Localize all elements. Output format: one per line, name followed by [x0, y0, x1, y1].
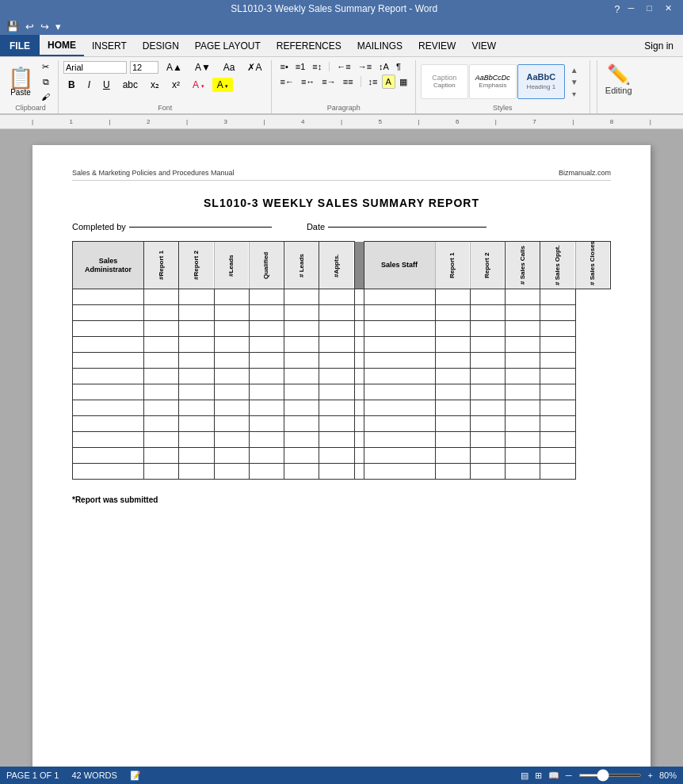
- sort-button[interactable]: ↕A: [376, 60, 392, 73]
- table-cell: [435, 464, 470, 480]
- show-marks-button[interactable]: ¶: [393, 60, 404, 73]
- decrease-indent-button[interactable]: ←≡: [334, 60, 353, 73]
- mailings-menu[interactable]: MAILINGS: [349, 35, 410, 56]
- table-cell: [319, 432, 354, 448]
- line-spacing-button[interactable]: ↕≡: [365, 75, 381, 88]
- table-cell: [354, 305, 364, 321]
- table-cell: [319, 369, 354, 384]
- document-header: Sales & Marketing Policies and Procedure…: [72, 169, 611, 181]
- style-emphasis[interactable]: AaBbCcDc Emphasis: [469, 64, 517, 99]
- editing-icon: ✏️: [607, 63, 631, 86]
- table-cell: [284, 400, 319, 416]
- close-icon[interactable]: ✕: [660, 3, 677, 15]
- increase-font-button[interactable]: A▲: [162, 60, 187, 75]
- style-caption[interactable]: Caption Caption: [421, 64, 468, 99]
- increase-indent-button[interactable]: →≡: [355, 60, 375, 73]
- bold-button[interactable]: B: [63, 78, 80, 92]
- font-name-input[interactable]: [63, 61, 127, 74]
- zoom-in-button[interactable]: +: [648, 771, 653, 780]
- table-cell: [319, 384, 354, 400]
- undo-button[interactable]: ↩: [24, 21, 36, 33]
- file-menu[interactable]: FILE: [0, 35, 40, 56]
- align-left-button[interactable]: ≡←: [277, 75, 296, 88]
- table-cell: [214, 369, 249, 384]
- multilevel-button[interactable]: ≡↕: [309, 60, 325, 73]
- table-cell: [214, 321, 249, 337]
- zoom-slider[interactable]: [578, 774, 642, 777]
- view-read-icon[interactable]: 📖: [548, 771, 559, 781]
- table-cell: [73, 400, 144, 416]
- zoom-out-button[interactable]: ─: [566, 771, 572, 780]
- clipboard-group: 📋 Paste ✂ ⧉ 🖌 Clipboard: [3, 60, 59, 113]
- view-normal-icon[interactable]: ▤: [521, 771, 528, 781]
- align-right-button[interactable]: ≡→: [319, 75, 338, 88]
- table-cell: [435, 289, 470, 305]
- header-left: Sales & Marketing Policies and Procedure…: [72, 169, 235, 177]
- sign-in-button[interactable]: Sign in: [635, 37, 683, 55]
- design-menu[interactable]: DESIGN: [135, 35, 187, 56]
- table-cell: [73, 289, 144, 305]
- save-button[interactable]: 💾: [5, 21, 21, 33]
- align-center-button[interactable]: ≡↔: [298, 75, 318, 88]
- styles-scroll-down[interactable]: ▼: [567, 76, 582, 88]
- clear-format-button[interactable]: ✗A: [242, 60, 266, 75]
- references-menu[interactable]: REFERENCES: [269, 35, 349, 56]
- italic-button[interactable]: I: [83, 78, 95, 92]
- format-painter-button[interactable]: 🖌: [38, 90, 53, 103]
- insert-menu[interactable]: INSERT: [84, 35, 135, 56]
- numbering-button[interactable]: ≡1: [292, 60, 309, 73]
- redo-button[interactable]: ↪: [39, 21, 51, 33]
- table-cell: [144, 305, 179, 321]
- table-cell: [540, 464, 575, 480]
- paragraph-label: Paragraph: [277, 104, 410, 112]
- restore-icon[interactable]: □: [642, 3, 657, 15]
- table-cell: [354, 432, 364, 448]
- clipboard-label: Clipboard: [8, 104, 53, 112]
- decrease-font-button[interactable]: A▼: [190, 60, 216, 75]
- table-cell: [214, 289, 249, 305]
- underline-button[interactable]: U: [98, 78, 115, 92]
- table-cell: [284, 353, 319, 369]
- table-cell: [73, 464, 144, 480]
- bullets-button[interactable]: ≡•: [277, 60, 291, 73]
- styles-scroll-up[interactable]: ▲: [567, 64, 582, 76]
- change-case-button[interactable]: Aa: [219, 60, 240, 75]
- subscript-button[interactable]: x₂: [146, 78, 164, 92]
- borders-button[interactable]: ▦: [396, 75, 410, 89]
- home-menu[interactable]: HOME: [40, 35, 84, 56]
- note-text: *Report was submitted: [72, 495, 611, 504]
- table-cell: [284, 337, 319, 353]
- completed-by-line: Completed by Date: [72, 222, 611, 231]
- paste-button[interactable]: 📋 Paste: [8, 67, 33, 97]
- justify-button[interactable]: ≡≡: [340, 75, 357, 88]
- window-controls[interactable]: ? ─ □ ✕: [614, 3, 677, 15]
- table-cell: [364, 321, 435, 337]
- text-color-button[interactable]: A ▾: [188, 78, 209, 92]
- proofing-icon[interactable]: 📝: [130, 771, 141, 781]
- cut-button[interactable]: ✂: [38, 60, 53, 74]
- document-page: Sales & Marketing Policies and Procedure…: [32, 145, 651, 784]
- highlight-color-button[interactable]: A ▾: [212, 78, 234, 92]
- review-menu[interactable]: REVIEW: [410, 35, 464, 56]
- view-menu[interactable]: VIEW: [464, 35, 504, 56]
- superscript-button[interactable]: x²: [167, 78, 185, 92]
- view-web-icon[interactable]: ⊞: [535, 771, 542, 781]
- strikethrough-button[interactable]: abc: [118, 78, 143, 92]
- table-cell: [214, 353, 249, 369]
- table-row: [73, 464, 611, 480]
- help-icon[interactable]: ?: [614, 3, 620, 15]
- shading-button[interactable]: A: [382, 75, 395, 89]
- page-layout-menu[interactable]: PAGE LAYOUT: [187, 35, 269, 56]
- styles-more[interactable]: ▾: [567, 88, 582, 100]
- style-heading1[interactable]: AaBbC Heading 1: [517, 64, 565, 99]
- page-info: PAGE 1 OF 1: [6, 771, 59, 780]
- table-cell: [249, 432, 284, 448]
- table-cell: [506, 384, 540, 400]
- minimize-icon[interactable]: ─: [624, 3, 639, 15]
- font-size-input[interactable]: [130, 61, 158, 74]
- copy-button[interactable]: ⧉: [38, 75, 53, 89]
- table-cell: [540, 400, 575, 416]
- table-cell: [144, 321, 179, 337]
- quick-access-dropdown[interactable]: ▾: [54, 21, 63, 33]
- table-cell: [284, 432, 319, 448]
